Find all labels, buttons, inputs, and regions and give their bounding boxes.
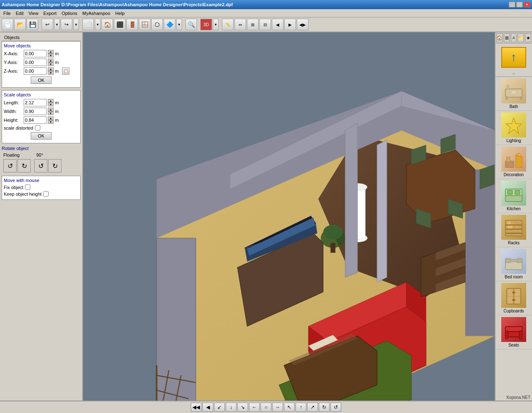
menu-options[interactable]: Options xyxy=(59,10,80,17)
nav-down[interactable]: ↓ xyxy=(226,403,236,412)
nav-sw[interactable]: ↙ xyxy=(214,403,225,412)
room-btn[interactable]: ⬛ xyxy=(114,19,126,30)
menu-export[interactable]: Export xyxy=(41,10,59,17)
z-down-btn[interactable]: ▼ xyxy=(48,71,54,75)
len-up-btn[interactable]: ▲ xyxy=(48,99,54,103)
rotate-90-ccw-btn[interactable]: ↺ xyxy=(34,159,47,172)
menu-myashampoo[interactable]: MyAshampoo xyxy=(80,10,113,17)
keep-height-checkbox[interactable] xyxy=(43,191,49,197)
nav-se[interactable]: ↘ xyxy=(237,403,248,412)
category-seats[interactable]: Seats xyxy=(495,315,532,349)
menu-file[interactable]: File xyxy=(1,10,13,17)
move-objects-group: Move objects X-Axis: ▲ ▼ m Y-Axis: ▲ ▼ m xyxy=(2,41,81,88)
category-lighting[interactable]: Lighting xyxy=(495,111,532,145)
stair-btn[interactable]: ⬡ xyxy=(151,19,163,30)
wid-up-btn[interactable]: ▲ xyxy=(48,108,54,111)
category-bath[interactable]: Bath xyxy=(495,77,532,111)
nav2-btn[interactable]: ▶ xyxy=(284,19,296,30)
len-down-btn[interactable]: ▼ xyxy=(48,103,54,106)
z-up-btn[interactable]: ▲ xyxy=(48,67,54,71)
nav-up[interactable]: ↑ xyxy=(296,403,306,412)
grid-btn[interactable]: ⊟ xyxy=(259,19,271,30)
close-btn[interactable]: × xyxy=(524,2,530,7)
new-btn[interactable]: 📄 xyxy=(2,19,13,30)
y-down-btn[interactable]: ▼ xyxy=(48,62,54,66)
nav1-btn[interactable]: ◀ xyxy=(272,19,283,30)
wid-down-btn[interactable]: ▼ xyxy=(48,111,54,115)
racks-label: Racks xyxy=(508,241,520,245)
minimize-btn[interactable]: _ xyxy=(509,2,515,7)
x-unit: m xyxy=(55,51,60,56)
nav-back[interactable]: ◀ xyxy=(202,403,213,412)
undo-dropdown[interactable]: ▼ xyxy=(54,19,60,30)
nav-ccw[interactable]: ↺ xyxy=(330,403,341,412)
redo-btn[interactable]: ↪ xyxy=(61,19,72,30)
nav-back-back[interactable]: ◀◀ xyxy=(191,403,202,412)
length-input[interactable] xyxy=(24,99,47,106)
nav3-btn[interactable]: ◀▶ xyxy=(297,19,308,30)
rotate-90-cw-btn[interactable]: ↻ xyxy=(48,159,62,172)
svg-rect-71 xyxy=(507,221,511,224)
move-objects-title: Move objects xyxy=(4,43,79,48)
menu-edit[interactable]: Edit xyxy=(13,10,26,17)
viewport-3d[interactable] xyxy=(83,32,495,401)
up-dir-btn[interactable]: ↑ xyxy=(501,47,526,68)
wall-btn[interactable]: 🏠 xyxy=(101,19,113,30)
rotate-ccw-btn[interactable]: ↺ xyxy=(3,159,17,172)
rp-grid-btn[interactable]: ⊞ xyxy=(504,33,510,42)
hgt-down-btn[interactable]: ▼ xyxy=(48,120,54,124)
save-btn[interactable]: 💾 xyxy=(27,19,38,30)
y-up-btn[interactable]: ▲ xyxy=(48,59,54,62)
nav-cw[interactable]: ↻ xyxy=(319,403,330,412)
nav-left[interactable]: ← xyxy=(249,403,260,412)
search-btn[interactable]: 🔍 xyxy=(185,19,197,30)
hgt-up-btn[interactable]: ▲ xyxy=(48,116,54,120)
nav-ne[interactable]: ↗ xyxy=(307,403,318,412)
door-btn[interactable]: 🚪 xyxy=(126,19,138,30)
rotate-cw-btn[interactable]: ↻ xyxy=(17,159,31,172)
category-bedroom[interactable]: Bed room xyxy=(495,247,532,281)
nav-center[interactable]: ○ xyxy=(261,403,271,412)
bath-label: Bath xyxy=(510,104,518,109)
open-btn[interactable]: 📂 xyxy=(14,19,26,30)
x-up-btn[interactable]: ▲ xyxy=(48,50,54,54)
rp-folder-btn[interactable]: 📁 xyxy=(517,33,524,42)
redo-dropdown[interactable]: ▼ xyxy=(73,19,79,30)
nav-nw[interactable]: ↖ xyxy=(284,403,295,412)
x-down-btn[interactable]: ▼ xyxy=(48,54,54,57)
3d-btn[interactable]: 3D xyxy=(200,19,212,30)
z-extra-btn[interactable]: 📋 xyxy=(62,67,69,75)
rp-star-btn[interactable]: ★ xyxy=(525,33,531,42)
z-axis-input[interactable] xyxy=(24,67,47,75)
category-racks[interactable]: Racks xyxy=(495,213,532,247)
dim-btn[interactable]: ⇔ xyxy=(234,19,246,30)
rp-home-btn[interactable]: 🏠 xyxy=(496,33,503,42)
roof-dropdown[interactable]: ▼ xyxy=(176,19,182,30)
snap-btn[interactable]: ⊞ xyxy=(247,19,259,30)
menu-help[interactable]: Help xyxy=(113,10,127,17)
menu-view[interactable]: View xyxy=(26,10,41,17)
x-axis-input[interactable] xyxy=(24,50,47,57)
nav-right[interactable]: → xyxy=(272,403,283,412)
width-input[interactable] xyxy=(24,108,47,115)
category-kitchen[interactable]: Kitchen xyxy=(495,179,532,213)
scale-distorted-checkbox[interactable] xyxy=(35,125,40,130)
window-btn[interactable]: 🪟 xyxy=(139,19,150,30)
menubar: File Edit View Export Options MyAshampoo… xyxy=(0,9,532,17)
move-ok-btn[interactable]: OK xyxy=(31,76,52,84)
3d-dropdown[interactable]: ▼ xyxy=(213,19,219,30)
y-axis-input[interactable] xyxy=(24,59,47,66)
roof-btn[interactable]: 🔷 xyxy=(164,19,175,30)
rp-text-btn[interactable]: A xyxy=(511,33,517,42)
svg-rect-78 xyxy=(505,259,522,262)
maximize-btn[interactable]: □ xyxy=(516,2,523,7)
select-btn[interactable]: ⬜ xyxy=(82,19,94,30)
undo-btn[interactable]: ↩ xyxy=(42,19,53,30)
scale-ok-btn[interactable]: OK xyxy=(31,132,52,140)
height-input[interactable] xyxy=(24,116,47,124)
fix-object-checkbox[interactable] xyxy=(25,184,30,190)
category-cupboards[interactable]: Cupboards xyxy=(495,281,532,315)
select-dropdown[interactable]: ▼ xyxy=(95,19,101,30)
measure-btn[interactable]: 📏 xyxy=(222,19,234,30)
category-decoration[interactable]: Decoration xyxy=(495,145,532,179)
